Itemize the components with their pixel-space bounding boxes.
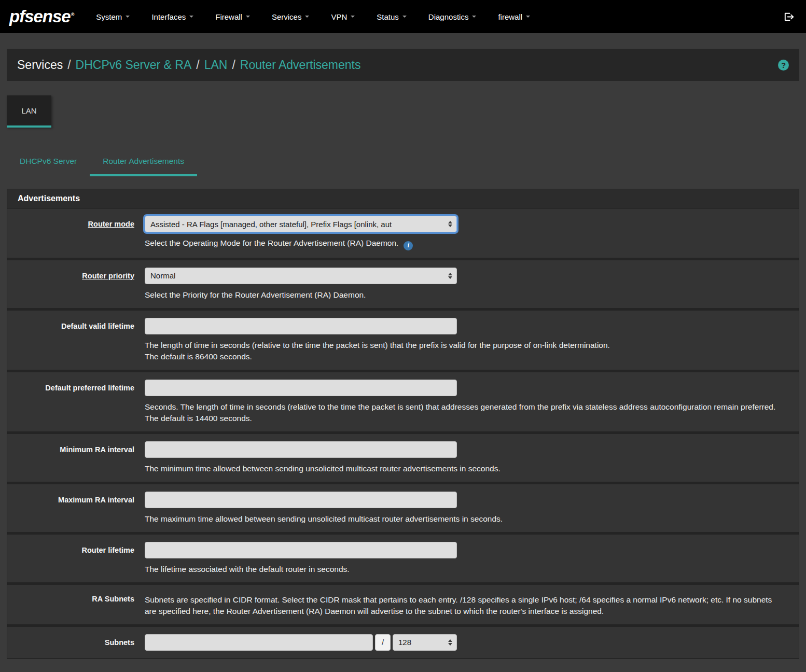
- breadcrumb-section: Services: [17, 58, 63, 72]
- default-valid-lifetime-help: The length of time in seconds (relative …: [145, 340, 785, 362]
- caret-down-icon: [189, 16, 193, 18]
- breadcrumb-link-dhcpv6[interactable]: DHCPv6 Server & RA: [76, 58, 192, 72]
- navbar-menu: System Interfaces Firewall Services VPN …: [85, 7, 541, 26]
- router-priority-select[interactable]: Normal: [145, 268, 457, 284]
- router-mode-label: Router mode: [7, 216, 134, 250]
- subnets-mask-select[interactable]: 128: [393, 634, 457, 651]
- default-preferred-lifetime-label: Default preferred lifetime: [7, 380, 134, 424]
- router-priority-label: Router priority: [7, 268, 134, 301]
- form-row-maximum-ra-interval: Maximum RA interval The maximum time all…: [7, 484, 799, 532]
- ra-subnets-label: RA Subnets: [7, 592, 134, 617]
- logout-button[interactable]: [781, 9, 797, 25]
- info-icon[interactable]: i: [404, 241, 413, 250]
- router-lifetime-input[interactable]: [145, 542, 457, 558]
- maximum-ra-interval-input[interactable]: [145, 492, 457, 508]
- router-lifetime-help: The lifetime associated with the default…: [145, 564, 785, 575]
- subnets-input-group: / 128: [145, 634, 457, 651]
- select-stepper-icon: [448, 639, 452, 646]
- cidr-separator: /: [375, 634, 391, 651]
- breadcrumb-link-router-advertisements[interactable]: Router Advertisements: [240, 58, 361, 72]
- tab-dhcpv6-server[interactable]: DHCPv6 Server: [7, 148, 90, 176]
- subtab-bar: DHCPv6 Server Router Advertisements: [7, 148, 799, 176]
- menu-system[interactable]: System: [85, 7, 141, 26]
- menu-services[interactable]: Services: [261, 7, 321, 26]
- router-lifetime-label: Router lifetime: [7, 542, 134, 575]
- subnets-address-input[interactable]: [145, 634, 373, 651]
- menu-diagnostics[interactable]: Diagnostics: [418, 7, 488, 26]
- page-header: Services/DHCPv6 Server & RA/LAN/Router A…: [7, 49, 799, 81]
- tab-lan[interactable]: LAN: [7, 95, 51, 128]
- breadcrumb-separator: /: [67, 58, 71, 72]
- ra-subnets-help: Subnets are specified in CIDR format. Se…: [145, 594, 785, 617]
- menu-vpn[interactable]: VPN: [320, 7, 366, 26]
- caret-down-icon: [526, 16, 530, 18]
- caret-down-icon: [402, 16, 407, 18]
- default-preferred-lifetime-input[interactable]: [145, 380, 457, 396]
- breadcrumb-separator: /: [196, 58, 199, 72]
- minimum-ra-interval-input[interactable]: [145, 441, 457, 458]
- advertisements-panel: Advertisements Router mode Assisted - RA…: [7, 189, 799, 659]
- breadcrumb: Services/DHCPv6 Server & RA/LAN/Router A…: [17, 58, 360, 72]
- help-icon[interactable]: ?: [778, 60, 789, 71]
- form-row-router-priority: Router priority Normal Select the Priori…: [7, 260, 799, 308]
- pfsense-logo[interactable]: pfsense®: [9, 7, 74, 26]
- form-row-minimum-ra-interval: Minimum RA interval The minimum time all…: [7, 434, 799, 482]
- panel-title: Advertisements: [7, 189, 799, 208]
- form-row-router-mode: Router mode Assisted - RA Flags [managed…: [7, 208, 799, 258]
- maximum-ra-interval-help: The maximum time allowed between sending…: [145, 513, 785, 525]
- menu-firewall[interactable]: Firewall: [204, 7, 261, 26]
- brand-registered-mark: ®: [71, 12, 74, 17]
- caret-down-icon: [305, 16, 309, 18]
- select-stepper-icon: [448, 273, 452, 279]
- minimum-ra-interval-help: The minimum time allowed between sending…: [145, 463, 785, 474]
- form-row-subnets: Subnets / 128: [7, 627, 799, 658]
- form-row-default-preferred-lifetime: Default preferred lifetime Seconds. The …: [7, 372, 799, 431]
- maximum-ra-interval-label: Maximum RA interval: [7, 492, 134, 525]
- minimum-ra-interval-label: Minimum RA interval: [7, 441, 134, 474]
- default-preferred-lifetime-help: Seconds. The length of time in seconds (…: [145, 401, 785, 424]
- default-valid-lifetime-input[interactable]: [145, 318, 457, 334]
- brand-text: pfsense: [9, 7, 71, 26]
- router-mode-select[interactable]: Assisted - RA Flags [managed, other stat…: [145, 216, 457, 232]
- tab-router-advertisements[interactable]: Router Advertisements: [90, 148, 197, 176]
- top-navbar: pfsense® System Interfaces Firewall Serv…: [0, 0, 806, 33]
- breadcrumb-separator: /: [232, 58, 235, 72]
- caret-down-icon: [246, 16, 250, 18]
- caret-down-icon: [126, 16, 130, 18]
- router-mode-help: Select the Operating Mode for the Router…: [145, 237, 785, 250]
- caret-down-icon: [472, 16, 476, 18]
- subnets-mask-value: 128: [398, 638, 411, 647]
- caret-down-icon: [351, 16, 355, 18]
- menu-status[interactable]: Status: [366, 7, 418, 26]
- select-stepper-icon: [448, 221, 452, 227]
- form-row-ra-subnets: RA Subnets Subnets are specified in CIDR…: [7, 585, 799, 624]
- router-priority-selected-value: Normal: [150, 271, 175, 280]
- form-row-default-valid-lifetime: Default valid lifetime The length of tim…: [7, 311, 799, 370]
- default-valid-lifetime-label: Default valid lifetime: [7, 318, 134, 362]
- sign-out-icon: [783, 11, 795, 23]
- menu-firewall-custom[interactable]: firewall: [487, 7, 541, 26]
- breadcrumb-link-lan[interactable]: LAN: [204, 58, 228, 72]
- form-row-router-lifetime: Router lifetime The lifetime associated …: [7, 535, 799, 582]
- menu-interfaces[interactable]: Interfaces: [141, 7, 204, 26]
- subnets-label: Subnets: [7, 634, 134, 651]
- router-priority-help: Select the Priority for the Router Adver…: [145, 289, 785, 301]
- router-mode-selected-value: Assisted - RA Flags [managed, other stat…: [150, 220, 392, 229]
